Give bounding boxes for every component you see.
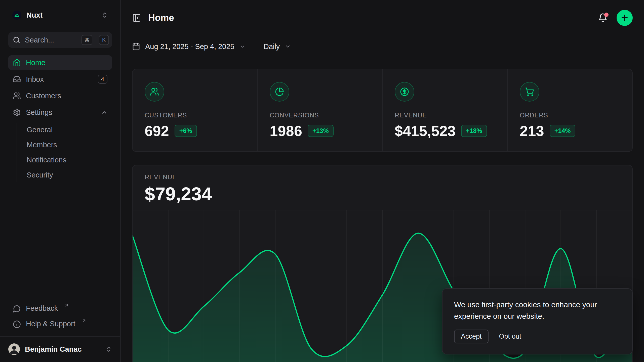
granularity-label: Daily <box>264 42 280 51</box>
granularity-select[interactable]: Daily <box>264 42 291 51</box>
sidebar-nav: Home Inbox 4 Customers Settings Ge <box>8 55 112 183</box>
info-circle-icon <box>13 320 21 328</box>
revenue-panel-header: REVENUE $79,234 <box>133 165 632 205</box>
chevron-up-down-icon <box>101 12 108 18</box>
search-icon <box>13 36 20 44</box>
sidebar-item-label: Settings <box>26 108 52 117</box>
sidebar-item-label: Inbox <box>26 75 44 83</box>
user-name: Benjamin Canac <box>25 345 82 353</box>
feedback-link[interactable]: Feedback <box>8 302 112 316</box>
kbd-cmd: ⌘ <box>82 35 92 45</box>
stat-card-revenue[interactable]: REVENUE $415,523 +18% <box>383 69 507 151</box>
home-icon <box>13 59 21 67</box>
users-icon <box>145 82 164 102</box>
sidebar-item-label: Home <box>26 59 45 67</box>
stats-grid: CUSTOMERS 692 +6% CONVERSIONS 1986 +13% <box>132 69 633 152</box>
workspace-selector[interactable]: Nuxt <box>8 9 112 22</box>
stat-value: 1986 <box>270 122 302 139</box>
sidebar-spacer <box>8 183 112 302</box>
search-input[interactable]: Search... ⌘ K <box>8 32 112 48</box>
stat-value: $415,523 <box>395 122 456 139</box>
revenue-label: REVENUE <box>145 173 620 181</box>
notifications-bell-icon[interactable] <box>598 13 608 23</box>
stat-card-customers[interactable]: CUSTOMERS 692 +6% <box>133 69 257 151</box>
chevron-up-down-icon <box>105 346 112 352</box>
revenue-total-value: $79,234 <box>145 183 620 205</box>
sidebar-item-home[interactable]: Home <box>8 55 112 70</box>
shopping-cart-icon <box>520 82 539 102</box>
avatar <box>8 343 20 355</box>
external-link-icon <box>64 303 69 308</box>
kbd-k: K <box>99 35 109 45</box>
sidebar-footer: Feedback Help & Support <box>8 302 112 336</box>
chevron-down-icon <box>285 43 291 50</box>
stat-value: 213 <box>520 122 544 139</box>
page-title: Home <box>148 13 174 23</box>
nuxt-logo-icon <box>12 11 21 20</box>
user-menu[interactable]: Benjamin Canac <box>4 341 116 357</box>
header-actions <box>598 10 633 26</box>
stat-value: 692 <box>145 122 169 139</box>
unread-dot <box>604 13 609 17</box>
sidebar-item-notifications[interactable]: Notifications <box>27 153 112 167</box>
sidebar-item-customers[interactable]: Customers <box>8 88 112 103</box>
calendar-icon <box>132 42 140 51</box>
page-header: Home <box>121 0 644 36</box>
stat-card-conversions[interactable]: CONVERSIONS 1986 +13% <box>258 69 382 151</box>
workspace-name: Nuxt <box>26 11 43 19</box>
sidebar-item-label: Customers <box>26 92 61 100</box>
stat-delta-badge: +6% <box>175 125 197 137</box>
user-section: Benjamin Canac <box>0 336 120 362</box>
settings-subnav: General Members Notifications Security <box>17 123 112 182</box>
cookie-actions: Accept Opt out <box>454 330 621 343</box>
external-link-icon <box>82 318 87 323</box>
chevron-up-icon <box>101 109 107 116</box>
feedback-label: Feedback <box>26 304 58 312</box>
stat-card-orders[interactable]: ORDERS 213 +14% <box>508 69 632 151</box>
opt-out-button[interactable]: Opt out <box>499 333 521 340</box>
stat-label: CUSTOMERS <box>145 112 245 119</box>
accept-button[interactable]: Accept <box>454 330 489 343</box>
sidebar: Nuxt Search... ⌘ K Home Inbox 4 <box>0 0 121 362</box>
pie-chart-icon <box>270 82 289 102</box>
date-range-label: Aug 21, 2025 - Sep 4, 2025 <box>145 42 234 51</box>
filters-toolbar: Aug 21, 2025 - Sep 4, 2025 Daily <box>121 36 644 57</box>
cookie-consent-banner: We use first-party cookies to enhance yo… <box>442 288 633 354</box>
gear-icon <box>13 108 21 116</box>
stat-label: CONVERSIONS <box>270 112 370 119</box>
sidebar-item-security[interactable]: Security <box>27 168 112 182</box>
help-support-link[interactable]: Help & Support <box>8 317 112 332</box>
stat-label: ORDERS <box>520 112 620 119</box>
sidebar-item-members[interactable]: Members <box>27 138 112 152</box>
inbox-unread-badge: 4 <box>98 75 107 84</box>
inbox-icon <box>13 75 21 83</box>
stat-delta-badge: +18% <box>461 125 487 137</box>
new-item-button[interactable] <box>617 10 633 26</box>
stat-label: REVENUE <box>395 112 495 119</box>
help-support-label: Help & Support <box>26 320 75 328</box>
sidebar-item-general[interactable]: General <box>27 123 112 137</box>
sidebar-item-inbox[interactable]: Inbox 4 <box>8 72 112 86</box>
collapse-sidebar-button[interactable] <box>132 13 141 22</box>
cookie-message: We use first-party cookies to enhance yo… <box>454 299 617 322</box>
stat-delta-badge: +14% <box>550 125 576 137</box>
chat-bubble-icon <box>13 305 21 313</box>
chevron-down-icon <box>239 43 246 50</box>
search-placeholder: Search... <box>25 36 77 44</box>
stat-delta-badge: +13% <box>308 125 334 137</box>
circle-dollar-icon <box>395 82 414 102</box>
sidebar-item-settings[interactable]: Settings <box>8 105 112 120</box>
users-icon <box>13 92 21 100</box>
date-range-picker[interactable]: Aug 21, 2025 - Sep 4, 2025 <box>132 42 246 51</box>
